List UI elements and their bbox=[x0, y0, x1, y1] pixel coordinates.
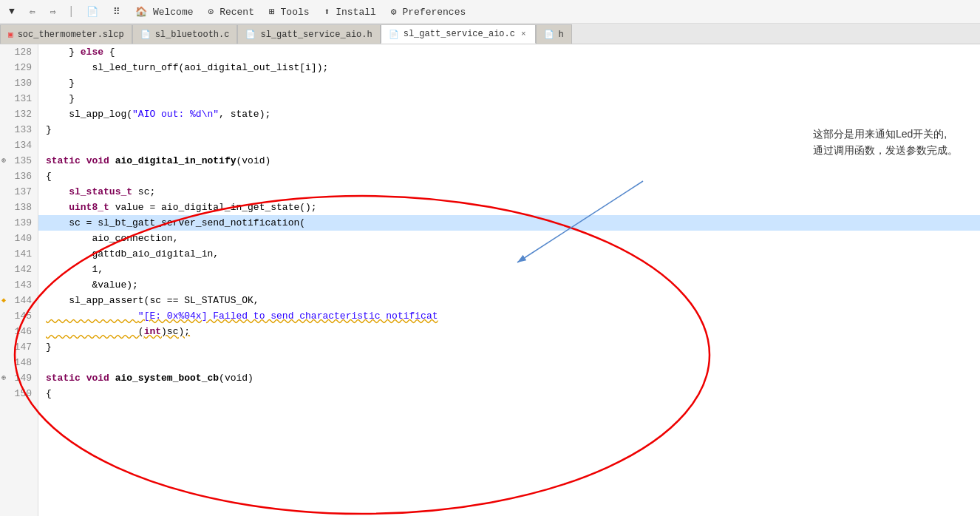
code-line-132: sl_app_log("AIO out: %d\n", state); bbox=[38, 106, 980, 122]
tab-label-active: sl_gatt_service_aio.c bbox=[404, 29, 515, 39]
tab-bluetooth-c[interactable]: 📄 sl_bluetooth.c bbox=[132, 24, 238, 44]
annotation-line2: 通过调用函数，发送参数完成。 bbox=[813, 144, 958, 156]
code-line-138: uint8_t value = aio_digital_in_get_state… bbox=[38, 200, 980, 215]
tools-btn[interactable]: ⊞ Tools bbox=[266, 4, 313, 19]
code-line-139: sc = sl_bt_gatt_server_send_notification… bbox=[38, 215, 980, 231]
line-139: 139 bbox=[0, 215, 38, 231]
tab-label: sl_bluetooth.c bbox=[155, 30, 230, 40]
slcp-icon: ▣ bbox=[8, 30, 13, 39]
recent-btn[interactable]: ⊙ Recent bbox=[205, 4, 257, 19]
line-141: 141 bbox=[0, 246, 38, 262]
code-line-142: 1, bbox=[38, 262, 980, 277]
code-line-144: sl_app_assert(sc == SL_STATUS_OK, bbox=[38, 293, 980, 308]
dropdown-btn[interactable]: ▼ bbox=[6, 4, 18, 18]
preferences-btn[interactable]: ⚙ Preferences bbox=[388, 4, 469, 19]
h-icon: 📄 bbox=[245, 30, 256, 39]
code-editor: 128 129 130 131 132 133 134 ⊕135 136 137… bbox=[0, 44, 980, 516]
line-130: 130 bbox=[0, 75, 38, 91]
h-icon2: 📄 bbox=[544, 30, 554, 39]
separator: | bbox=[67, 5, 75, 18]
code-line-149: static void aio_system_boot_cb(void) bbox=[38, 370, 980, 386]
code-line-129: sl_led_turn_off(aoi_digital_out_list[i])… bbox=[38, 60, 980, 75]
line-135: ⊕135 bbox=[0, 153, 38, 169]
code-line-145: "[E: 0x%04x] Failed to send characterist… bbox=[38, 308, 980, 324]
line-138: 138 bbox=[0, 200, 38, 215]
annotation-line1: 这部分是用来通知Led开关的, bbox=[813, 128, 947, 140]
grid-icon: ⠿ bbox=[110, 4, 123, 19]
tab-close-btn[interactable]: × bbox=[520, 29, 528, 39]
code-line-148 bbox=[38, 355, 980, 370]
line-128: 128 bbox=[0, 44, 38, 60]
collapse-icon-149: ⊕ bbox=[1, 370, 6, 386]
code-line-130: } bbox=[38, 75, 980, 91]
forward-btn[interactable]: ⇨ bbox=[47, 4, 59, 19]
line-143: 143 bbox=[0, 277, 38, 293]
code-line-131: } bbox=[38, 91, 980, 106]
tab-label-h: h bbox=[559, 30, 564, 40]
line-149: ⊕149 bbox=[0, 370, 38, 386]
code-line-146: (int)sc); bbox=[38, 324, 980, 339]
line-132: 132 bbox=[0, 106, 38, 122]
line-136: 136 bbox=[0, 169, 38, 184]
code-line-137: sl_status_t sc; bbox=[38, 184, 980, 200]
toolbar: ▼ ⇦ ⇨ | 📄 ⠿ 🏠 Welcome ⊙ Recent ⊞ Tools ⬆… bbox=[0, 0, 980, 24]
tab-label: sl_gatt_service_aio.h bbox=[260, 30, 372, 40]
code-line-140: aio_connection, bbox=[38, 231, 980, 246]
c-icon-active: 📄 bbox=[389, 30, 399, 39]
tab-label: soc_thermometer.slcp bbox=[18, 30, 124, 40]
line-numbers: 128 129 130 131 132 133 134 ⊕135 136 137… bbox=[0, 44, 38, 516]
line-147: 147 bbox=[0, 339, 38, 355]
code-line-128: } else { bbox=[38, 44, 980, 60]
warning-marker-144: ◆ bbox=[1, 293, 6, 308]
tab-h[interactable]: 📄 h bbox=[536, 24, 572, 44]
line-144: ◆144 bbox=[0, 293, 38, 308]
tab-bar: ▣ soc_thermometer.slcp 📄 sl_bluetooth.c … bbox=[0, 24, 980, 44]
tab-slcp[interactable]: ▣ soc_thermometer.slcp bbox=[0, 24, 132, 44]
line-148: 148 bbox=[0, 355, 38, 370]
line-137: 137 bbox=[0, 184, 38, 200]
code-line-150: { bbox=[38, 386, 980, 401]
file-icon: 📄 bbox=[84, 4, 101, 19]
c-icon: 📄 bbox=[140, 30, 151, 39]
annotation-box: 这部分是用来通知Led开关的, 通过调用函数，发送参数完成。 bbox=[813, 126, 958, 159]
line-134: 134 bbox=[0, 138, 38, 153]
code-content[interactable]: } else { sl_led_turn_off(aoi_digital_out… bbox=[38, 44, 980, 516]
code-line-136: { bbox=[38, 169, 980, 184]
collapse-icon-135: ⊕ bbox=[1, 153, 6, 169]
line-150: 150 bbox=[0, 386, 38, 401]
welcome-btn[interactable]: 🏠 Welcome bbox=[132, 4, 196, 19]
line-140: 140 bbox=[0, 231, 38, 246]
line-129: 129 bbox=[0, 60, 38, 75]
code-line-143: &value); bbox=[38, 277, 980, 293]
line-146: 146 bbox=[0, 324, 38, 339]
code-line-147: } bbox=[38, 339, 980, 355]
line-133: 133 bbox=[0, 122, 38, 138]
back-btn[interactable]: ⇦ bbox=[27, 4, 38, 19]
line-142: 142 bbox=[0, 262, 38, 277]
install-btn[interactable]: ⬆ Install bbox=[321, 4, 379, 19]
tab-gatt-service-c[interactable]: 📄 sl_gatt_service_aio.c × bbox=[381, 24, 536, 44]
line-145: 145 bbox=[0, 308, 38, 324]
code-line-141: gattdb_aio_digital_in, bbox=[38, 246, 980, 262]
line-131: 131 bbox=[0, 91, 38, 106]
tab-gatt-service-h[interactable]: 📄 sl_gatt_service_aio.h bbox=[237, 24, 380, 44]
